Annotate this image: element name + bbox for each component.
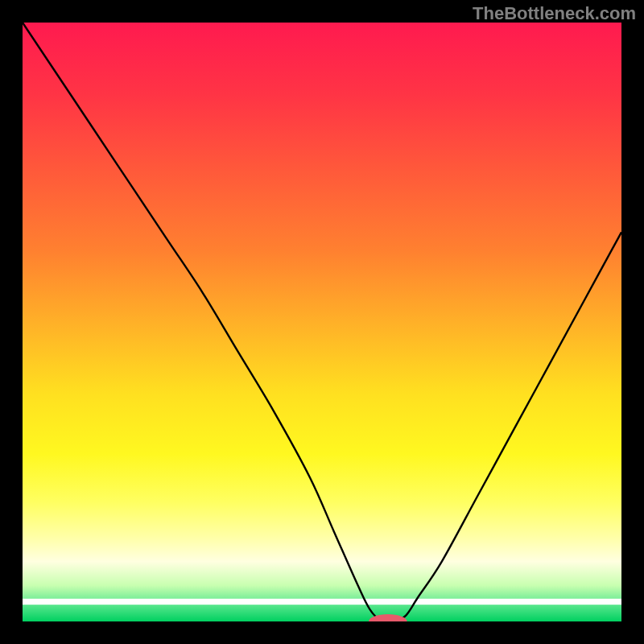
- white-baseline-strip: [23, 599, 621, 605]
- bottleneck-chart: [0, 0, 644, 644]
- optimal-marker: [369, 614, 407, 629]
- chart-frame: { "watermark": "TheBottleneck.com", "col…: [0, 0, 644, 644]
- gradient-background: [23, 23, 621, 621]
- watermark-text: TheBottleneck.com: [473, 3, 636, 24]
